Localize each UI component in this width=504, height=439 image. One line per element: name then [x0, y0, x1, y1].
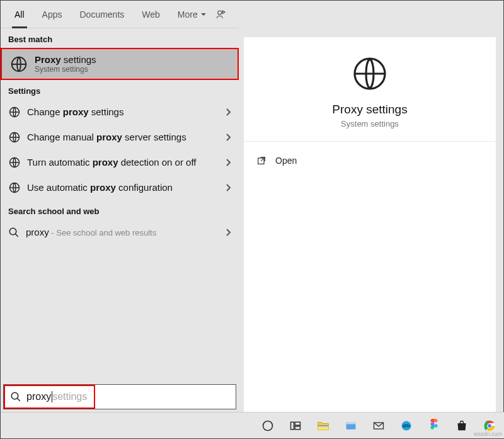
tab-apps[interactable]: Apps: [33, 1, 71, 28]
search-results-panel: All Apps Documents Web More: [1, 1, 239, 412]
taskbar-figma-icon[interactable]: [423, 414, 445, 437]
watermark: wsxdn.com: [474, 431, 502, 437]
web-result[interactable]: proxy - See school and web results: [1, 220, 239, 245]
svg-rect-16: [295, 426, 300, 429]
tab-more-label: More: [178, 9, 198, 20]
settings-result[interactable]: Change manual proxy server settings: [1, 125, 239, 150]
chevron-right-icon: [225, 108, 231, 117]
section-settings: Settings: [1, 80, 239, 100]
settings-result[interactable]: Change proxy settings: [1, 100, 239, 125]
search-input[interactable]: proxy settings: [3, 384, 236, 409]
taskbar-cortana-icon[interactable]: [256, 414, 279, 437]
preview-title: Proxy settings: [332, 103, 407, 117]
tab-all[interactable]: All: [6, 1, 33, 28]
taskbar-taskview-icon[interactable]: [284, 414, 307, 437]
open-action[interactable]: Open: [256, 153, 483, 168]
chevron-right-icon: [225, 183, 231, 192]
settings-result-label: Turn automatic proxy detection on or off: [27, 156, 219, 169]
taskbar-app-icon[interactable]: [340, 414, 362, 437]
globe-icon: [8, 106, 21, 118]
result-filter-tabs: All Apps Documents Web More: [1, 1, 239, 28]
settings-result-label: Use automatic proxy configuration: [27, 181, 219, 194]
settings-result-label: Change manual proxy server settings: [27, 131, 219, 144]
search-typed-text: proxy: [26, 391, 51, 402]
svg-point-9: [9, 228, 16, 235]
taskbar-file-explorer-icon[interactable]: [312, 414, 335, 437]
chevron-down-icon: [200, 11, 207, 18]
best-match-title: Proxy settings: [35, 54, 96, 65]
svg-point-23: [434, 424, 438, 428]
open-icon: [256, 156, 266, 166]
svg-point-13: [263, 421, 273, 430]
globe-icon: [8, 181, 21, 194]
svg-rect-20: [346, 422, 356, 424]
settings-result[interactable]: Use automatic proxy configuration: [1, 175, 239, 200]
svg-point-10: [11, 392, 18, 399]
preview-panel: Proxy settings System settings Open: [239, 1, 503, 412]
search-ghost-text: settings: [52, 391, 87, 402]
search-icon: [8, 227, 20, 238]
best-match-result[interactable]: Proxy settings System settings: [1, 48, 239, 80]
chevron-right-icon: [225, 228, 231, 237]
settings-result-label: Change proxy settings: [27, 106, 219, 118]
web-result-label: proxy - See school and web results: [26, 226, 219, 239]
best-match-subtitle: System settings: [35, 65, 96, 74]
preview-subtitle: System settings: [341, 119, 399, 128]
taskbar-edge-icon[interactable]: [395, 414, 418, 437]
preview-card: Proxy settings System settings Open: [244, 37, 496, 412]
globe-icon: [350, 54, 390, 94]
open-label: Open: [275, 156, 297, 166]
settings-result[interactable]: Turn automatic proxy detection on or off: [1, 150, 239, 175]
taskbar: wsxdn.com: [1, 412, 504, 438]
search-icon: [10, 391, 21, 402]
section-search-web: Search school and web: [1, 200, 239, 220]
section-best-match: Best match: [1, 28, 239, 48]
globe-icon: [9, 55, 28, 74]
globe-icon: [8, 156, 21, 169]
taskbar-store-icon[interactable]: [450, 414, 473, 437]
chevron-right-icon: [225, 133, 231, 142]
tab-documents[interactable]: Documents: [71, 1, 133, 28]
svg-rect-18: [318, 425, 329, 426]
svg-point-0: [218, 11, 222, 14]
globe-icon: [8, 131, 21, 144]
svg-rect-15: [295, 422, 300, 425]
tab-web[interactable]: Web: [133, 1, 169, 28]
chevron-right-icon: [225, 158, 231, 167]
tab-more[interactable]: More: [169, 1, 215, 28]
svg-rect-14: [291, 422, 294, 430]
feedback-icon[interactable]: [215, 9, 227, 20]
taskbar-mail-icon[interactable]: [367, 414, 390, 437]
